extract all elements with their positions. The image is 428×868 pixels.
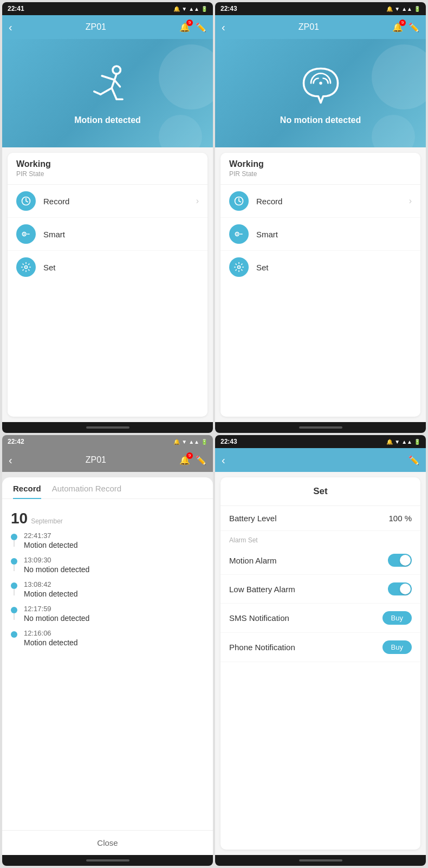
menu-set-2[interactable]: Set [221,251,420,283]
battery-level-label: Battery Level [229,514,277,523]
sms-buy-button[interactable]: Buy [382,611,412,625]
nav-title-1: ZP01 [86,22,106,32]
pir-state-1: Working PIR State [8,153,207,185]
record-content-2: 13:08:42 Motion detected [24,580,78,598]
back-button-4[interactable]: ‹ [222,454,225,467]
home-indicator-4 [215,855,426,866]
svg-point-0 [113,66,120,74]
sms-notification-label: SMS Notification [229,613,289,623]
phone-notification-row: Phone Notification Buy [221,633,420,662]
date-day: 10 [11,510,28,527]
signal-icon-2: ▲▲ [401,6,412,12]
back-button-2[interactable]: ‹ [222,21,225,34]
record-desc-0: Motion detected [24,541,78,549]
pir-state-2: Working PIR State [221,153,420,185]
svg-point-12 [25,266,28,269]
record-line-3 [14,613,15,620]
bell-nav-icon-2[interactable]: 🔔 9 [392,22,403,33]
nav-bar-2: ‹ ZP01 🔔 9 ✏️ [215,15,426,39]
content-card-2: Working PIR State Record › Smart Set [221,153,420,417]
motion-alarm-row: Motion Alarm [221,546,420,575]
state-sub-2: PIR State [229,170,412,178]
smart-label-1: Smart [43,230,199,239]
low-battery-alarm-row: Low Battery Alarm [221,575,420,604]
clock-icon-2 [234,196,244,206]
hero-text-1: Motion detected [74,115,141,125]
motion-alarm-label: Motion Alarm [229,556,277,565]
record-dot-2 [11,582,17,589]
record-dot-4 [11,631,17,638]
no-motion-icon-2 [296,61,345,110]
close-button[interactable]: Close [2,830,213,855]
menu-smart-2[interactable]: Smart [221,218,420,251]
home-bar-4 [299,859,342,861]
record-time-3: 12:17:59 [24,605,89,613]
svg-point-13 [319,82,322,85]
edit-icon-3[interactable]: ✏️ [196,455,206,465]
bell-icon-1: 🔔 [173,6,180,12]
set-label-2: Set [256,263,412,272]
low-battery-alarm-toggle[interactable] [388,582,412,595]
hero-text-2: No motion detected [280,115,361,125]
battery-level-value: 100 % [388,514,412,523]
smart-icon-circle-1 [16,224,36,244]
record-label-2: Record [256,197,409,206]
menu-smart-1[interactable]: Smart [8,218,207,251]
home-indicator-2 [215,422,426,433]
smart-label-2: Smart [256,230,412,239]
menu-record-2[interactable]: Record › [221,185,420,218]
date-header: 10 September [11,510,204,527]
hero-area-2: No motion detected [215,39,426,147]
nav-title-2: ZP01 [299,22,319,32]
battery-icon-4: 🔋 [414,439,420,445]
bell-icon-3: 🔔 [173,439,180,445]
record-label-1: Record [43,197,196,206]
back-button-1[interactable]: ‹ [9,21,12,34]
record-content-4: 12:16:06 Motion detected [24,629,78,647]
bell-nav-icon-1[interactable]: 🔔 9 [179,22,190,33]
record-time-4: 12:16:06 [24,629,78,637]
time-4: 22:43 [221,438,237,445]
screen3: 22:42 🔔 ▼ ▲▲ 🔋 ‹ ZP01 🔔 9 ✏️ Record Auto… [2,435,213,866]
record-line-1 [14,565,15,571]
nav-title-3: ZP01 [86,455,106,465]
record-time-1: 13:09:30 [24,556,89,564]
status-bar-1: 22:41 🔔 ▼ ▲▲ 🔋 [2,2,213,15]
record-dot-3 [11,607,17,613]
tab-automation-record[interactable]: Automation Record [52,484,121,498]
edit-icon-2[interactable]: ✏️ [408,22,419,33]
status-icons-3: 🔔 ▼ ▲▲ 🔋 [173,439,207,445]
wifi-icon-1: ▼ [181,6,187,12]
screen1: 22:41 🔔 ▼ ▲▲ 🔋 ‹ ZP01 🔔 9 ✏️ [2,2,213,433]
edit-icon-1[interactable]: ✏️ [196,22,206,33]
status-bar-3: 22:42 🔔 ▼ ▲▲ 🔋 [2,435,213,448]
record-content-3: 12:17:59 No motion detected [24,605,89,623]
state-sub-1: PIR State [16,170,199,178]
low-battery-alarm-label: Low Battery Alarm [229,585,295,594]
menu-record-1[interactable]: Record › [8,185,207,218]
bell-icon-2: 🔔 [386,6,393,12]
bell-nav-icon-3[interactable]: 🔔 9 [179,455,190,465]
battery-icon-3: 🔋 [201,439,207,445]
set-card: Set Battery Level 100 % Alarm Set Motion… [221,477,420,850]
wifi-icon-2: ▼ [394,6,400,12]
record-tabs: Record Automation Record [2,477,213,499]
edit-icon-4[interactable]: ✏️ [408,455,419,465]
record-icon-circle-2 [229,191,249,211]
record-content-0: 22:41:37 Motion detected [24,532,78,549]
phone-buy-button[interactable]: Buy [382,640,412,654]
record-dot-0 [11,534,17,540]
motion-alarm-toggle[interactable] [388,554,412,567]
set-icon-circle-1 [16,257,36,277]
record-dot-1 [11,558,17,565]
record-desc-1: No motion detected [24,565,89,574]
svg-line-6 [94,92,100,94]
wifi-icon-4: ▼ [394,439,400,445]
menu-set-1[interactable]: Set [8,251,207,283]
svg-line-3 [114,80,120,87]
record-time-2: 13:08:42 [24,580,78,588]
back-button-3[interactable]: ‹ [9,454,12,467]
content-card-1: Working PIR State Record › Smart Set [8,153,207,417]
home-bar-2 [299,426,342,429]
tab-record[interactable]: Record [13,484,41,498]
